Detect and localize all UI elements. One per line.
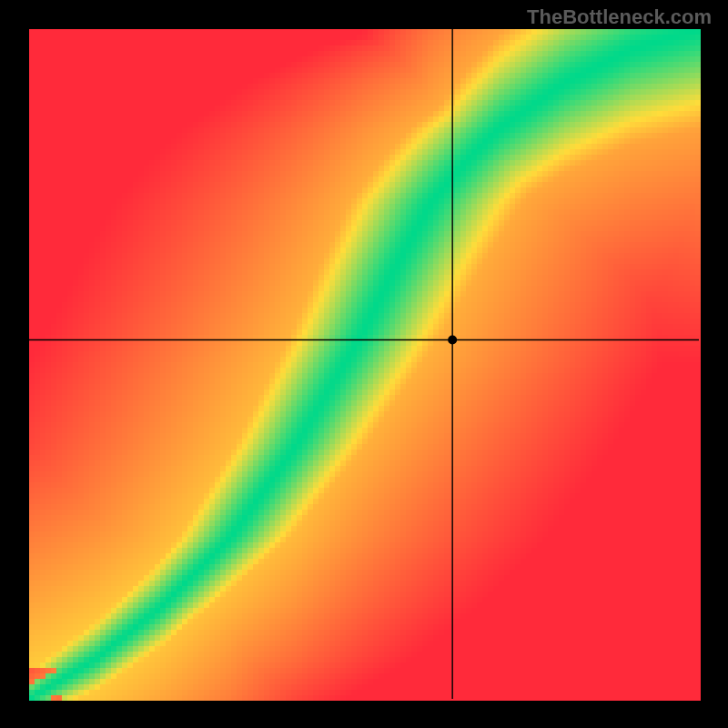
- watermark-text: TheBottleneck.com: [527, 5, 712, 29]
- chart-container: TheBottleneck.com: [0, 0, 728, 728]
- bottleneck-heatmap: [0, 0, 728, 728]
